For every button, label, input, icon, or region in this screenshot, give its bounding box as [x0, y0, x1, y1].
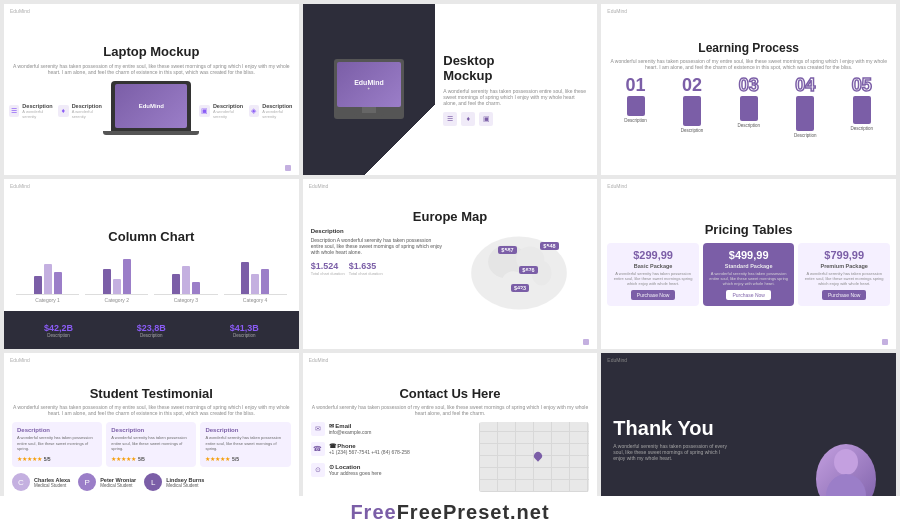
- avatar-name-1: Charles Alexa: [34, 477, 70, 483]
- laptop-frame: EduMind: [111, 81, 191, 131]
- bar-4-3: [261, 269, 269, 294]
- freepreset-text-free: Free: [350, 501, 396, 524]
- stat-3: $41,3B Description: [230, 323, 259, 338]
- slide-label-7: EduMind: [10, 357, 30, 363]
- pricing-btn-1[interactable]: Purchase Now: [631, 290, 676, 300]
- deco-sq-map: [583, 339, 589, 345]
- email-value: info@example.com: [329, 429, 372, 437]
- chart-bars-4: [241, 262, 269, 294]
- t-rating-1: 5/5: [44, 456, 51, 462]
- step-bar-3: [740, 96, 758, 121]
- desc-icon-2: ♦: [58, 105, 69, 117]
- avatar-name-3: Lindsey Burns: [166, 477, 204, 483]
- map-description: Description Description A wonderful sere…: [311, 228, 444, 318]
- step-bar-5: [853, 96, 871, 124]
- step-num-5: 05: [852, 76, 872, 94]
- pricing-price-3: $799,99: [824, 249, 864, 261]
- contact-grid: ✉ ✉ Email info@example.com ☎ ☎ Phone +1 …: [311, 422, 590, 492]
- contact-phone: ☎ ☎ Phone +1 (234) 567-7541 +41 (84) 678…: [311, 442, 474, 457]
- map-pin-4: $423: [511, 284, 529, 292]
- chart-bars-3: [172, 266, 200, 294]
- step-5: 05 Description: [835, 76, 888, 131]
- bar-4-2: [251, 274, 259, 294]
- step-num-3: 03: [739, 76, 759, 94]
- location-label: ⊙ Location: [329, 463, 382, 470]
- map-stat-label-2: Total chart duration: [349, 271, 383, 276]
- t-card-text-3: A wonderful serenity has taken possessio…: [205, 435, 285, 452]
- t-card-title-3: Description: [205, 427, 285, 433]
- step-2: 02 Description: [666, 76, 719, 133]
- freepreset-watermark: FreeFreePreset.net: [0, 496, 900, 528]
- testimonial-avatars: C Charles Alexa Medical Student P Peter …: [12, 473, 291, 491]
- pricing-btn-3[interactable]: Purchase Now: [822, 290, 867, 300]
- t-rating-3: 5/5: [232, 456, 239, 462]
- desktop-icon-3: ▣: [479, 112, 493, 126]
- map-stat-value-2: $1.635: [349, 261, 377, 271]
- desktop-icons-row: ☰ ♦ ▣: [443, 112, 589, 126]
- learning-subtitle: A wonderful serenity has taken possessio…: [609, 58, 888, 70]
- step-num-4: 04: [795, 76, 815, 94]
- slide-laptop: EduMind Laptop Mockup A wonderful sereni…: [4, 4, 299, 175]
- step-desc-4: Description: [794, 133, 817, 138]
- stats-bar: $42,2B Description $23,8B Description $4…: [4, 311, 299, 349]
- freepreset-text-preset: FreePreset.net: [397, 501, 550, 524]
- t-rating-2: 5/5: [138, 456, 145, 462]
- desktop-screen-sub: ✦: [367, 86, 370, 91]
- chart-axis-4: [224, 294, 287, 295]
- avatar-info-2: Peter Wroniar Medical Student: [100, 477, 136, 488]
- t-stars-1: ★★★★★ 5/5: [17, 455, 97, 462]
- chart-group-3: Category 3: [154, 266, 217, 303]
- contact-map: [479, 422, 589, 492]
- desc-item-1: ☰ Description A wonderful serenity: [9, 103, 54, 119]
- desc-text-3: A wonderful serenity: [213, 109, 245, 119]
- desc-item-4: ◈ Description A wonderful serenity: [249, 103, 294, 119]
- t-card-title-1: Description: [17, 427, 97, 433]
- map-stat-1: $1.524 Total chart duration: [311, 261, 345, 276]
- desc-icon-3: ▣: [199, 105, 210, 117]
- avatar-role-1: Medical Student: [34, 483, 70, 488]
- laptop-title: Laptop Mockup: [103, 44, 199, 59]
- map-title: Europe Map: [311, 209, 590, 224]
- map-visual: $587 $548 $676 $423: [449, 228, 589, 318]
- t-stars-3: ★★★★★ 5/5: [205, 455, 285, 462]
- laptop-base: [103, 131, 199, 135]
- bar-2-2: [113, 279, 121, 294]
- step-3: 03 Description: [722, 76, 775, 128]
- chart-label-2: Category 2: [105, 297, 129, 303]
- chart-label-3: Category 3: [174, 297, 198, 303]
- deco-sq-pricing: [882, 339, 888, 345]
- slide-map: EduMind Europe Map Description Descripti…: [303, 179, 598, 350]
- avatar-3: L Lindsey Burns Medical Student: [144, 473, 204, 491]
- map-pin-3: $676: [519, 266, 537, 274]
- step-bar-2: [683, 96, 701, 126]
- location-value: Your address goes here: [329, 470, 382, 478]
- t-stars-2: ★★★★★ 5/5: [111, 455, 191, 462]
- learning-title: Learning Process: [698, 41, 799, 55]
- avatar-role-2: Medical Student: [100, 483, 136, 488]
- slide-label-4: EduMind: [10, 183, 30, 189]
- step-bar-4: [796, 96, 814, 131]
- desktop-screen: EduMind ✦: [337, 62, 401, 107]
- contact-title: Contact Us Here: [311, 386, 590, 401]
- bar-2-1: [103, 269, 111, 294]
- pricing-name-1: Basic Package: [634, 263, 673, 269]
- bar-1-1: [34, 276, 42, 294]
- testimonial-subtitle: A wonderful serenity has taken possessio…: [12, 404, 291, 416]
- phone-icon: ☎: [311, 442, 325, 456]
- avatar-info-3: Lindsey Burns Medical Student: [166, 477, 204, 488]
- slide-label-9: EduMind: [607, 357, 627, 363]
- desc-item-3: ▣ Description A wonderful serenity: [199, 103, 244, 119]
- pricing-btn-2[interactable]: Purchase Now: [726, 290, 771, 300]
- phone-label: ☎ Phone: [329, 442, 410, 449]
- desc-text-2: A wonderful serenity: [72, 109, 104, 119]
- map-desc-text: Description A wonderful serenity has tak…: [311, 237, 444, 255]
- chart-axis-1: [16, 294, 79, 295]
- bar-2-3: [123, 259, 131, 294]
- avatar-1: C Charles Alexa Medical Student: [12, 473, 70, 491]
- step-desc-5: Description: [850, 126, 873, 131]
- chart-label-4: Category 4: [243, 297, 267, 303]
- thankyou-sub: A wonderful serenity has taken possessio…: [613, 443, 733, 461]
- stat-1: $42,2B Description: [44, 323, 73, 338]
- desc-label-3: Description: [213, 103, 245, 109]
- chart-title: Column Chart: [12, 229, 291, 244]
